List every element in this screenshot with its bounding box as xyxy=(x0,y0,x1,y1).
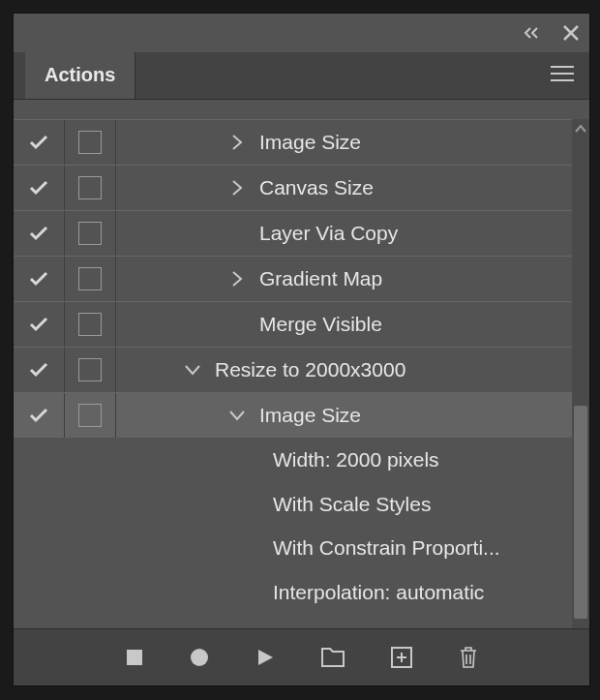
scroll-thumb[interactable] xyxy=(574,406,587,619)
collapse-icon[interactable] xyxy=(524,26,545,40)
delete-button[interactable] xyxy=(459,646,478,669)
action-label: Gradient Map xyxy=(259,267,382,290)
action-detail: With Scale Styles xyxy=(14,482,589,527)
action-row[interactable]: Merge Visible xyxy=(14,301,589,347)
panel-titlebar xyxy=(14,14,589,52)
tab-bar: Actions xyxy=(14,52,589,100)
scrollbar[interactable] xyxy=(572,119,589,628)
play-button[interactable] xyxy=(255,648,275,667)
check-icon[interactable] xyxy=(29,317,48,332)
action-row-selected[interactable]: Image Size xyxy=(14,392,589,438)
check-icon[interactable] xyxy=(29,362,48,378)
chevron-right-icon[interactable] xyxy=(215,270,259,288)
action-label: Canvas Size xyxy=(259,176,374,199)
close-icon[interactable] xyxy=(562,24,580,42)
check-icon[interactable] xyxy=(29,226,48,241)
check-icon[interactable] xyxy=(29,135,48,150)
dialog-toggle[interactable] xyxy=(78,313,102,336)
action-label: Merge Visible xyxy=(259,313,382,336)
panel-footer xyxy=(14,628,589,685)
svg-point-1 xyxy=(191,649,208,666)
action-row[interactable]: Image Size xyxy=(14,119,589,165)
dialog-toggle[interactable] xyxy=(78,176,102,199)
action-row[interactable]: Resize to 2000x3000 xyxy=(14,347,589,392)
action-detail: With Constrain Proporti... xyxy=(14,526,589,570)
action-row[interactable]: Gradient Map xyxy=(14,256,589,301)
panel-menu-icon[interactable] xyxy=(551,65,574,86)
chevron-down-icon[interactable] xyxy=(170,364,215,376)
dialog-toggle[interactable] xyxy=(78,131,102,154)
new-set-button[interactable] xyxy=(321,648,345,667)
actions-list: Image Size Canvas Size Layer Via Copy Gr… xyxy=(14,119,589,628)
action-label: Resize to 2000x3000 xyxy=(215,358,405,381)
tab-actions[interactable]: Actions xyxy=(25,52,135,99)
svg-rect-0 xyxy=(127,650,142,665)
action-detail: Interpolation: automatic xyxy=(14,570,589,615)
check-icon[interactable] xyxy=(29,180,48,196)
dialog-toggle[interactable] xyxy=(78,222,102,245)
record-button[interactable] xyxy=(190,648,209,667)
actions-panel: Actions Image Size Canvas Size xyxy=(14,14,589,685)
dialog-toggle[interactable] xyxy=(78,267,102,290)
dialog-toggle[interactable] xyxy=(78,358,102,381)
check-icon[interactable] xyxy=(29,271,48,287)
action-label: Image Size xyxy=(259,404,361,427)
action-label: Image Size xyxy=(259,131,361,154)
chevron-down-icon[interactable] xyxy=(215,410,259,421)
action-row[interactable]: Canvas Size xyxy=(14,165,589,210)
chevron-right-icon[interactable] xyxy=(215,134,259,151)
action-row[interactable]: Layer Via Copy xyxy=(14,210,589,256)
new-action-button[interactable] xyxy=(391,647,412,668)
chevron-right-icon[interactable] xyxy=(215,179,259,197)
check-icon[interactable] xyxy=(29,408,48,423)
action-label: Layer Via Copy xyxy=(259,222,398,245)
action-detail: Width: 2000 pixels xyxy=(14,438,589,482)
stop-button[interactable] xyxy=(126,649,143,666)
scroll-up-icon[interactable] xyxy=(572,123,589,137)
dialog-toggle[interactable] xyxy=(78,404,102,427)
